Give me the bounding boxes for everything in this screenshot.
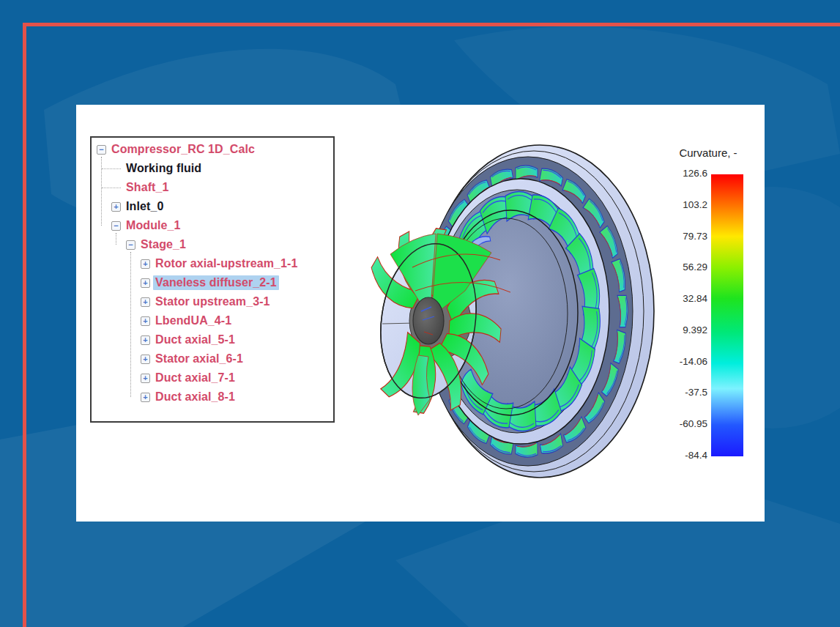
tree-item-label: Working fluid [124,161,204,176]
tree-item-compressor[interactable]: Compressor_RC 1D_Calc [92,140,333,159]
tree-item-shaft[interactable]: Shaft_1 [92,178,333,197]
tree-item-label: Duct axial_5-1 [153,333,237,347]
expander-plus-icon[interactable] [141,393,150,402]
tree-branch-line [102,168,121,169]
tree-item-duct-axial-7[interactable]: Duct axial_7-1 [92,368,333,387]
expander-plus-icon[interactable] [141,259,150,269]
tree-item-label: Shaft_1 [124,180,171,195]
model-tree-panel: Compressor_RC 1D_Calc Working fluid Shaf… [90,136,335,423]
tree-guide-line [116,233,116,245]
expander-minus-icon[interactable] [97,145,106,155]
legend-tick: 79.73 [659,231,707,242]
compressor-3d-viewport[interactable] [348,136,663,487]
expander-minus-icon[interactable] [126,240,135,250]
tree-item-label: Duct axial_7-1 [153,371,237,385]
tree-item-label: Stator upstream_3-1 [153,294,272,309]
tree-item-label: Duct axial_8-1 [153,390,237,404]
legend-tick: -84.4 [659,450,707,461]
legend-tick: 9.392 [659,324,707,335]
legend-tick: 32.84 [659,293,707,304]
tree-item-rotor-axial-upstream[interactable]: Rotor axial-upstream_1-1 [92,254,333,273]
expander-plus-icon[interactable] [141,316,150,326]
expander-plus-icon[interactable] [141,355,150,364]
tree-item-inlet[interactable]: Inlet_0 [92,197,333,216]
legend-tick: -60.95 [659,418,707,429]
tree-item-label: Rotor axial-upstream_1-1 [153,256,300,271]
legend-tick: -14.06 [659,356,707,367]
hub-bore [413,297,444,344]
tree-item-module[interactable]: Module_1 [92,216,333,235]
tree-item-working-fluid[interactable]: Working fluid [92,159,333,178]
tree-item-stator-axial-6[interactable]: Stator axial_6-1 [92,349,333,368]
legend-title: Curvature, - [666,146,750,159]
expander-plus-icon[interactable] [141,297,150,307]
tree-guide-line [101,157,102,226]
expander-plus-icon[interactable] [141,374,150,383]
legend-tick: 103.2 [659,199,707,210]
tree-item-label: LbendUA_4-1 [153,314,234,328]
tree-item-label: Stator axial_6-1 [153,352,245,366]
tree-item-duct-axial-5[interactable]: Duct axial_5-1 [92,330,333,349]
tree-item-label: Module_1 [124,218,183,233]
expander-minus-icon[interactable] [111,221,121,231]
slide-background: { "slide": { "background_color": "#0d629… [0,0,840,627]
tree-item-label-selected: Vaneless diffuser_2-1 [153,275,279,290]
legend-tick: 126.6 [659,168,707,179]
expander-plus-icon[interactable] [111,202,121,212]
tree-item-vaneless-diffuser[interactable]: Vaneless diffuser_2-1 [92,273,333,292]
legend-tick: 56.29 [659,261,707,272]
tree-item-label: Compressor_RC 1D_Calc [109,142,257,157]
tree-guide-line [130,252,131,397]
colorbar-legend: Curvature, - 126.6 103.2 79.73 56.29 32.… [659,145,767,471]
tree-item-stage[interactable]: Stage_1 [92,235,333,254]
expander-plus-icon[interactable] [141,335,150,345]
colorbar-gradient [711,174,743,456]
tree-item-label: Inlet_0 [124,199,166,214]
tree-item-label: Stage_1 [138,237,188,252]
tree-item-duct-axial-8[interactable]: Duct axial_8-1 [92,387,333,407]
tree-item-lbendua[interactable]: LbendUA_4-1 [92,311,333,330]
expander-plus-icon[interactable] [141,278,150,288]
tree-branch-line [102,188,121,188]
legend-tick: -37.5 [659,387,707,398]
content-panel: Compressor_RC 1D_Calc Working fluid Shaf… [76,105,765,522]
tree-item-stator-upstream[interactable]: Stator upstream_3-1 [92,292,333,311]
